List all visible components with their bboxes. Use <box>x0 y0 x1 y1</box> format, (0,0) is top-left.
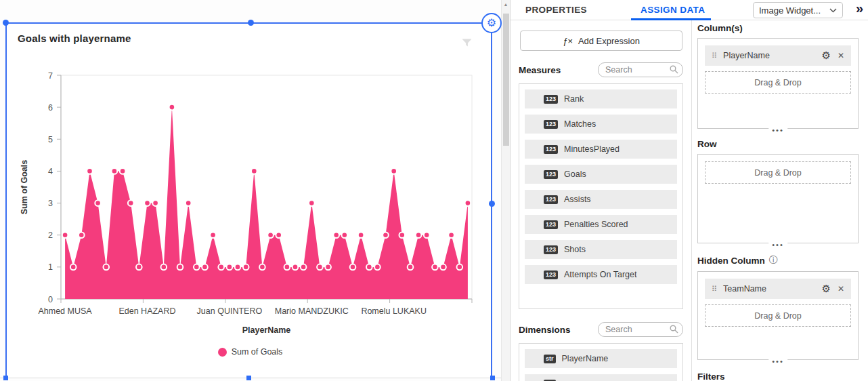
row-section-title: Row <box>697 139 859 149</box>
panel-resize-handle[interactable]: ••• <box>768 127 787 134</box>
numeric-type-badge: 123 <box>544 245 558 254</box>
measure-item-penalties-scored[interactable]: 123 Penalties Scored <box>525 215 677 234</box>
field-label: Penalties Scored <box>564 220 628 229</box>
chip-label: TeamName <box>723 284 821 294</box>
measure-item-shots[interactable]: 123 Shots <box>525 240 677 259</box>
svg-text:2: 2 <box>48 230 53 240</box>
chip-label: PlayerName <box>723 51 821 60</box>
hidden-column-dropzone[interactable]: Drag & Drop <box>705 304 851 327</box>
chart-title: Goals with playername <box>18 33 131 44</box>
columns-section-title: Column(s) <box>697 23 859 33</box>
field-label: Rank <box>564 94 584 104</box>
resize-handle-bottom-left[interactable] <box>3 376 8 380</box>
gear-icon[interactable]: ⚙ <box>821 49 830 62</box>
close-icon[interactable]: ✕ <box>838 284 844 294</box>
widget-type-dropdown[interactable]: Image Widget... <box>753 2 843 18</box>
measures-search <box>598 62 683 77</box>
search-icon <box>670 65 678 74</box>
legend-label: Sum of Goals <box>232 347 283 357</box>
chevron-down-icon <box>829 8 837 13</box>
numeric-type-badge: 123 <box>544 170 558 179</box>
add-expression-button[interactable]: ƒ× Add Expression <box>520 31 682 51</box>
measure-item-rank[interactable]: 123 Rank <box>525 89 677 108</box>
info-icon[interactable]: ⓘ <box>769 254 778 266</box>
numeric-type-badge: 123 <box>544 145 558 154</box>
svg-text:Juan QUINTERO: Juan QUINTERO <box>197 306 263 316</box>
field-label: PlayerName <box>562 354 609 363</box>
field-label: Assists <box>564 195 591 204</box>
collapse-panel-icon[interactable]: » <box>856 1 863 16</box>
dimension-item-playername[interactable]: str PlayerName <box>525 349 677 368</box>
panel-header: PROPERTIES ASSIGN DATA Image Widget... » <box>511 0 868 20</box>
chip-playername[interactable]: ⠿ PlayerName ⚙ ✕ <box>705 45 851 66</box>
svg-text:6: 6 <box>48 103 53 113</box>
resize-handle-right-middle[interactable] <box>489 201 495 207</box>
tab-properties[interactable]: PROPERTIES <box>525 5 587 15</box>
legend-marker-icon <box>218 348 227 357</box>
vertical-scrollbar[interactable]: ▲ <box>501 0 510 381</box>
resize-handle-bottom-center[interactable] <box>246 376 251 380</box>
scrollbar-thumb[interactable] <box>503 14 509 146</box>
measure-item-attempts-on-target[interactable]: 123 Attempts On Target <box>525 265 677 284</box>
widget-type-value: Image Widget... <box>759 5 829 16</box>
chart-legend[interactable]: Sum of Goals <box>7 347 494 357</box>
numeric-type-badge: 123 <box>544 120 558 129</box>
row-panel: Drag & Drop ••• <box>697 154 859 243</box>
string-type-badge: str <box>544 355 556 363</box>
svg-text:0: 0 <box>48 295 53 304</box>
drag-handle-icon[interactable]: ⠿ <box>712 285 717 294</box>
numeric-type-badge: 123 <box>544 220 558 229</box>
search-icon <box>670 325 678 334</box>
resize-handle-top-left[interactable] <box>3 20 9 26</box>
panel-resize-handle[interactable]: ••• <box>768 358 787 365</box>
svg-text:Ahmed MUSA: Ahmed MUSA <box>38 306 92 316</box>
area-chart: 01234567Ahmed MUSAEden HAZARDJuan QUINTE… <box>7 48 494 346</box>
chip-teamname[interactable]: ⠿ TeamName ⚙ ✕ <box>705 279 851 299</box>
measure-item-matches[interactable]: 123 Matches <box>525 115 677 134</box>
filter-icon[interactable] <box>462 39 472 47</box>
svg-text:PlayerName: PlayerName <box>242 325 291 335</box>
columns-panel: ⠿ PlayerName ⚙ ✕ Drag & Drop ••• <box>697 38 859 129</box>
measure-item-assists[interactable]: 123 Assists <box>525 190 677 209</box>
svg-text:7: 7 <box>48 71 53 81</box>
measures-title: Measures <box>519 65 561 75</box>
measures-list: 123 Rank 123 Matches 123 MinutesPlayed 1… <box>519 83 683 309</box>
svg-text:Romelu LUKAKU: Romelu LUKAKU <box>361 306 427 316</box>
resize-handle-bottom-right[interactable] <box>490 376 495 380</box>
field-label: MinutesPlayed <box>564 144 620 154</box>
svg-text:1: 1 <box>48 262 53 272</box>
field-label: Shots <box>564 245 586 254</box>
panel-resize-handle[interactable]: ••• <box>768 241 787 248</box>
properties-panel: PROPERTIES ASSIGN DATA Image Widget... »… <box>510 0 868 381</box>
svg-text:Sum of Goals: Sum of Goals <box>20 160 29 215</box>
measure-item-minutesplayed[interactable]: 123 MinutesPlayed <box>525 140 677 159</box>
dimensions-title: Dimensions <box>519 325 571 335</box>
widget-settings-gear-icon[interactable]: ⚙ <box>481 13 502 33</box>
hidden-column-panel: ⠿ TeamName ⚙ ✕ Drag & Drop ••• <box>697 271 859 360</box>
numeric-type-badge: 123 <box>544 195 558 204</box>
add-expression-label: Add Expression <box>578 36 640 46</box>
scroll-up-arrow-icon[interactable]: ▲ <box>502 2 510 7</box>
numeric-type-badge: 123 <box>544 270 558 279</box>
dimensions-search <box>598 322 683 337</box>
row-dropzone[interactable]: Drag & Drop <box>705 161 851 184</box>
svg-text:3: 3 <box>48 199 53 208</box>
dimension-item-partial[interactable]: str <box>525 374 677 381</box>
gear-icon[interactable]: ⚙ <box>821 283 830 295</box>
measure-item-goals[interactable]: 123 Goals <box>525 165 677 184</box>
hidden-column-section-title: Hidden Column ⓘ <box>697 254 859 266</box>
field-label: Goals <box>564 169 586 179</box>
dashboard-canvas: Goals with playername 01234567Ahmed MUSA… <box>0 0 501 381</box>
data-fields-column: ƒ× Add Expression Measures 123 Rank 123 … <box>511 20 692 381</box>
field-label: Attempts On Target <box>564 270 636 279</box>
chart-widget[interactable]: Goals with playername 01234567Ahmed MUSA… <box>5 22 492 378</box>
field-label: Matches <box>564 119 596 129</box>
svg-text:4: 4 <box>48 167 53 176</box>
drag-handle-icon[interactable]: ⠿ <box>712 52 717 60</box>
close-icon[interactable]: ✕ <box>838 51 844 60</box>
columns-dropzone[interactable]: Drag & Drop <box>705 71 851 94</box>
svg-text:Mario MANDZUKIC: Mario MANDZUKIC <box>275 306 349 316</box>
resize-handle-top-center[interactable] <box>248 20 254 26</box>
tab-assign-data[interactable]: ASSIGN DATA <box>641 5 705 15</box>
assign-data-column: Column(s) ⠿ PlayerName ⚙ ✕ Drag & Drop •… <box>692 20 868 381</box>
